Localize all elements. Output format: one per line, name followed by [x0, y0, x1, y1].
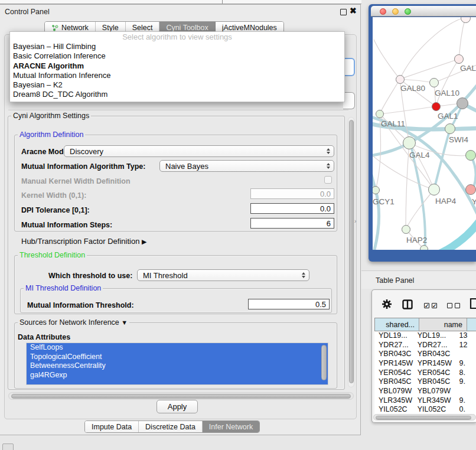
close-icon[interactable]: ✖ — [350, 6, 357, 15]
network-node[interactable] — [465, 150, 476, 161]
network-node-gal10[interactable] — [429, 78, 439, 87]
dpi-tolerance-field[interactable]: 0.0 — [250, 203, 334, 214]
table-cell: YBR045C — [413, 377, 455, 386]
network-canvas[interactable]: GALGAL80GAL10GAL1GAL11SWI4GAL4GCY1HAP4YH… — [373, 17, 476, 250]
collapsed-panel-icon[interactable] — [2, 444, 14, 450]
collapse-arrow-icon[interactable]: ▼ — [121, 319, 128, 326]
mi-steps-field[interactable]: 6 — [250, 218, 334, 229]
attribute-item-partial[interactable] — [27, 380, 328, 384]
network-node-gal80[interactable] — [396, 75, 405, 84]
bottom-tab-discretize-data[interactable]: Discretize Data — [139, 421, 203, 432]
bottom-tab-impute-data[interactable]: Impute Data — [85, 421, 139, 432]
aracne-mode-label: Aracne Mode: — [21, 148, 70, 156]
network-node-gal11[interactable] — [376, 110, 384, 118]
table-row[interactable]: YDL19...YDL19...13 — [374, 331, 476, 340]
close-traffic-light[interactable] — [380, 8, 386, 15]
algorithm-option-mutual-information-inference[interactable]: Mutual Information Inference — [10, 71, 344, 80]
table-row[interactable]: YER054CYER054C8. — [374, 368, 476, 377]
aracne-mode-combo[interactable]: Discovery — [64, 145, 334, 157]
combo-arrows-icon — [327, 148, 330, 154]
network-node-gal1[interactable] — [432, 102, 441, 111]
zoom-traffic-light[interactable] — [405, 8, 411, 15]
gear-icon[interactable] — [382, 299, 392, 312]
sources-group-title: Sources for Network Inference ▼ — [18, 318, 129, 327]
table-cell: YBR045C — [374, 377, 413, 386]
network-node-y[interactable] — [465, 184, 476, 195]
table-horizontal-scrollbar[interactable] — [373, 414, 476, 420]
which-threshold-label: Which threshold to use: — [48, 272, 132, 280]
table-panel-bar: Table Panel — [361, 270, 476, 289]
algorithm-option-bayesian-hill-climbing[interactable]: Bayesian – Hill Climbing — [10, 42, 344, 51]
network-window-titlebar[interactable] — [371, 6, 476, 17]
which-threshold-combo[interactable]: MI Threshold — [137, 269, 309, 281]
attribute-item-gal4rgexp[interactable]: gal4RGexp — [27, 371, 328, 380]
algorithm-option-bayesian-k2[interactable]: Bayesian – K2 — [10, 80, 344, 90]
hub-section-text: Hub/Transcription Factor Definition — [21, 237, 139, 246]
settings-horizontal-scrollbar[interactable] — [8, 392, 354, 400]
data-attributes-list[interactable]: SelfLoopsTopologicalCoefficientBetweenne… — [26, 343, 328, 385]
dropdown-placeholder: Select algorithm to view settings — [10, 32, 344, 42]
network-node[interactable] — [457, 97, 468, 109]
screen: Control Panel ✖ NetworkStyleSelectCyni T… — [0, 0, 476, 450]
deselect-all-icon2[interactable] — [455, 303, 460, 308]
table-cell: 8. — [455, 369, 476, 377]
list-scrollbar-thumb[interactable] — [321, 345, 327, 380]
algorithm-definition-title: Algorithm Definition — [18, 131, 85, 139]
mi-type-combo[interactable]: Naive Bayes — [159, 160, 334, 172]
deselect-all-icon[interactable] — [447, 303, 452, 308]
tab-label: Impute Data — [92, 423, 132, 431]
settings-vertical-scrollbar[interactable] — [348, 117, 354, 387]
attribute-item-betweennesscentrality[interactable]: BetweennessCentrality — [27, 361, 328, 371]
apply-button[interactable]: Apply — [157, 400, 198, 413]
dpi-tolerance-value: 0.0 — [320, 204, 331, 213]
splitter-grip[interactable]: › — [354, 218, 356, 224]
float-window-icon[interactable] — [340, 9, 347, 15]
table-row[interactable]: YPR145WYPR145W9. — [374, 358, 476, 368]
table-cell: YER054C — [413, 369, 455, 377]
columns-icon[interactable] — [402, 299, 413, 312]
algorithm-option-dream8-dc-tdc-algorithm[interactable]: Dream8 DC_TDC Algorithm — [10, 90, 344, 99]
hub-section-label[interactable]: Hub/Transcription Factor Definition ▶ — [21, 237, 146, 246]
node-label-gal1: GAL1 — [438, 112, 458, 120]
table-row[interactable]: YBL079WYBL079W — [374, 386, 476, 396]
table-row[interactable]: YBR045CYBR045C9. — [374, 377, 476, 386]
select-all-icon2[interactable]: ✓ — [432, 303, 437, 308]
network-node-hap2[interactable] — [402, 225, 410, 234]
network-node-hap4[interactable] — [428, 184, 440, 195]
expand-arrow-icon[interactable]: ▶ — [142, 238, 146, 245]
mi-threshold-field[interactable]: 0.5 — [248, 299, 330, 309]
bottom-tab-infer-network[interactable]: Infer Network — [203, 421, 259, 432]
table-body: YDL19...YDL19...13YDR27...YDR27...12YBR0… — [374, 331, 476, 414]
table-cell: YIL052C — [413, 405, 455, 413]
table-cell: YDL19... — [413, 331, 455, 340]
table-row[interactable]: YLR345WYLR345W9. — [374, 396, 476, 405]
network-node-gal[interactable] — [454, 54, 464, 64]
network-node-swi4[interactable] — [445, 123, 455, 134]
table-row[interactable]: YBR043CYBR043C — [374, 349, 476, 358]
kernel-width-label: Kernel Width (0,1): — [21, 191, 86, 200]
node-label-hap2: HAP2 — [406, 236, 427, 244]
table-row[interactable]: YDR27...YDR27...12 — [374, 340, 476, 350]
combo-arrows-icon — [302, 272, 305, 278]
column-header-extra[interactable] — [467, 318, 476, 331]
attribute-item-selfloops[interactable]: SelfLoops — [27, 343, 328, 353]
network-node[interactable] — [420, 245, 428, 250]
table-cell: YBL079W — [374, 387, 413, 395]
threshold-definition-title: Threshold Definition — [18, 251, 87, 259]
combo-fragment-focused — [344, 58, 355, 76]
table-row[interactable]: YIL052CYIL052C0. — [374, 405, 476, 415]
algorithm-option-basic-correlation-inference[interactable]: Basic Correlation Inference — [10, 51, 344, 61]
mi-type-value: Naive Bayes — [165, 162, 208, 171]
table-cell: 0. — [455, 405, 476, 413]
algorithm-option-aracne-algorithm[interactable]: ARACNE Algorithm — [10, 61, 344, 71]
select-all-icon[interactable]: ✓ — [424, 303, 429, 308]
manual-kernel-checkbox[interactable] — [324, 176, 332, 184]
kernel-width-field[interactable]: 0.0 — [250, 188, 334, 199]
add-column-icon[interactable] — [470, 298, 476, 312]
table-cell: YDR27... — [413, 341, 455, 349]
column-header-shared-[interactable]: shared... — [375, 318, 419, 331]
attribute-item-topologicalcoefficient[interactable]: TopologicalCoefficient — [27, 353, 328, 362]
minimize-traffic-light[interactable] — [392, 8, 399, 15]
column-header-name[interactable]: name — [419, 318, 467, 331]
network-node-gal4[interactable] — [403, 136, 416, 149]
